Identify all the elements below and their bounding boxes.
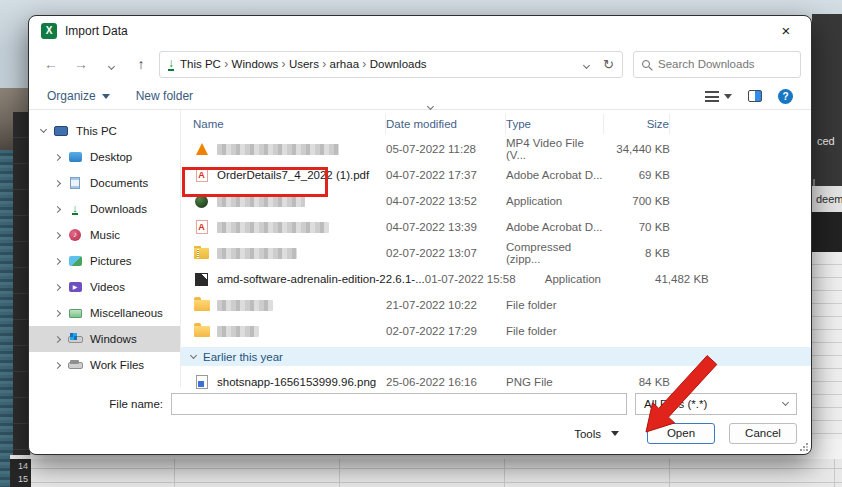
file-name-cell[interactable] bbox=[181, 245, 386, 261]
file-row[interactable]: amd-software-adrenalin-edition-22.6.1-..… bbox=[181, 266, 811, 292]
file-list: Name Date modified Type Size 05-07-2022 … bbox=[181, 110, 811, 387]
breadcrumb-item[interactable]: This PC bbox=[180, 58, 221, 70]
file-name-cell[interactable] bbox=[181, 141, 386, 157]
excel-grid-fragment bbox=[812, 252, 842, 469]
file-row[interactable]: 04-07-2022 13:52Application700 KB bbox=[181, 188, 811, 214]
chevron-right-icon[interactable] bbox=[54, 335, 61, 342]
breadcrumb-separator: › bbox=[359, 57, 370, 71]
chevron-right-icon[interactable] bbox=[54, 153, 61, 160]
address-bar[interactable]: ↓ This PC › Windows › Users › arhaa › Do… bbox=[159, 51, 623, 78]
search-input[interactable]: Search Downloads bbox=[633, 51, 801, 78]
address-dropdown-button[interactable] bbox=[584, 58, 589, 70]
resize-grip[interactable] bbox=[800, 443, 808, 451]
chevron-right-icon[interactable] bbox=[54, 257, 61, 264]
cancel-button[interactable]: Cancel bbox=[729, 423, 797, 444]
redacted-file-name bbox=[217, 222, 329, 233]
date-modified-cell: 04-07-2022 13:52 bbox=[386, 195, 506, 207]
file-type-value: All Files (*.*) bbox=[644, 398, 707, 410]
new-folder-button[interactable]: New folder bbox=[136, 89, 193, 103]
organize-button[interactable]: Organize bbox=[47, 89, 110, 103]
file-row[interactable]: 02-07-2022 13:07Compressed (zipp...8 KB bbox=[181, 240, 811, 266]
excel-text-fragment: ced bbox=[817, 135, 835, 147]
chevron-right-icon[interactable] bbox=[54, 283, 61, 290]
address-bar-controls: ↻ bbox=[584, 57, 614, 72]
file-row[interactable]: 21-07-2022 10:22File folder bbox=[181, 292, 811, 318]
chevron-right-icon[interactable] bbox=[54, 309, 61, 316]
preview-pane-button[interactable] bbox=[748, 90, 762, 102]
folder-file-icon bbox=[193, 323, 210, 339]
excel-redeem-button-fragment: deem r bbox=[812, 186, 842, 212]
file-name-cell[interactable] bbox=[181, 193, 386, 209]
date-modified-cell: 02-07-2022 17:29 bbox=[386, 325, 506, 337]
date-modified-cell: 25-06-2022 16:16 bbox=[386, 376, 506, 388]
file-name-input[interactable] bbox=[171, 393, 627, 415]
sidebar-item-this-pc[interactable]: This PC bbox=[29, 118, 180, 144]
close-button[interactable]: × bbox=[767, 18, 805, 44]
breadcrumb-item[interactable]: Windows bbox=[232, 58, 279, 70]
group-header-label: Earlier this year bbox=[203, 351, 283, 363]
sidebar-item-label: Windows bbox=[90, 333, 137, 345]
sidebar-item-pictures[interactable]: Pictures bbox=[29, 248, 180, 274]
help-button[interactable]: ? bbox=[778, 89, 793, 104]
sidebar-item-music[interactable]: ♪Music bbox=[29, 222, 180, 248]
sidebar-item-downloads[interactable]: ↓Downloads bbox=[29, 196, 180, 222]
file-name-cell[interactable]: amd-software-adrenalin-edition-22.6.1-..… bbox=[181, 271, 425, 287]
file-name-cell[interactable]: A bbox=[181, 219, 386, 235]
chevron-right-icon[interactable] bbox=[54, 231, 61, 238]
date-modified-cell: 04-07-2022 13:39 bbox=[386, 221, 506, 233]
doc-icon bbox=[67, 176, 83, 190]
sidebar-item-documents[interactable]: Documents bbox=[29, 170, 180, 196]
redacted-file-name bbox=[217, 196, 305, 207]
dialog-titlebar[interactable]: X Import Data × bbox=[29, 16, 811, 45]
group-header[interactable]: Earlier this year bbox=[181, 347, 811, 366]
open-button[interactable]: Open bbox=[647, 423, 715, 444]
file-row[interactable]: 05-07-2022 11:28MP4 Video File (V...34,4… bbox=[181, 136, 811, 162]
file-row[interactable]: shotsnapp-1656153999.96.png25-06-2022 16… bbox=[181, 369, 811, 395]
sidebar-item-videos[interactable]: ▶Videos bbox=[29, 274, 180, 300]
chevron-right-icon[interactable] bbox=[54, 179, 61, 186]
misc-icon bbox=[67, 306, 83, 320]
change-view-button[interactable] bbox=[705, 91, 732, 102]
chevron-down-icon[interactable] bbox=[40, 126, 47, 133]
png-file-icon bbox=[193, 374, 210, 390]
column-header-size[interactable]: Size bbox=[604, 114, 670, 134]
breadcrumb-item[interactable]: Downloads bbox=[370, 58, 427, 70]
sidebar-item-windows[interactable]: Windows bbox=[29, 326, 180, 352]
recent-locations-button[interactable] bbox=[99, 56, 123, 72]
chevron-down-icon bbox=[782, 399, 789, 406]
chevron-right-icon[interactable] bbox=[54, 361, 61, 368]
date-modified-cell: 05-07-2022 11:28 bbox=[386, 143, 506, 155]
column-header-name[interactable]: Name bbox=[181, 114, 386, 134]
sidebar-item-label: Documents bbox=[90, 177, 148, 189]
file-name-cell[interactable] bbox=[181, 297, 386, 313]
type-cell: File folder bbox=[506, 325, 604, 337]
chevron-right-icon[interactable] bbox=[54, 205, 61, 212]
file-row[interactable]: AOrderDetails7_4_2022 (1).pdf04-07-2022 … bbox=[181, 162, 811, 188]
search-icon bbox=[642, 60, 650, 68]
breadcrumb-item[interactable]: arhaa bbox=[330, 58, 359, 70]
forward-button[interactable]: → bbox=[69, 56, 93, 72]
sidebar-item-desktop[interactable]: Desktop bbox=[29, 144, 180, 170]
file-type-dropdown[interactable]: All Files (*.*) bbox=[635, 393, 797, 415]
column-header-date-modified[interactable]: Date modified bbox=[386, 114, 506, 134]
pdf-file-icon: A bbox=[193, 167, 210, 183]
sidebar-item-label: This PC bbox=[76, 125, 117, 137]
file-row[interactable]: A04-07-2022 13:39Adobe Acrobat D...70 KB bbox=[181, 214, 811, 240]
file-row[interactable]: 02-07-2022 17:29File folder bbox=[181, 318, 811, 344]
file-name-cell[interactable]: AOrderDetails7_4_2022 (1).pdf bbox=[181, 167, 386, 183]
sidebar-item-miscellaneous[interactable]: Miscellaneous bbox=[29, 300, 180, 326]
file-name-cell[interactable] bbox=[181, 323, 386, 339]
tools-dropdown[interactable]: Tools bbox=[574, 428, 619, 440]
breadcrumb-item[interactable]: Users bbox=[289, 58, 319, 70]
file-name-cell[interactable]: shotsnapp-1656153999.96.png bbox=[181, 374, 386, 390]
column-header-type[interactable]: Type bbox=[506, 114, 604, 134]
up-button[interactable]: ↑ bbox=[129, 56, 153, 72]
size-cell: 69 KB bbox=[604, 169, 670, 181]
downloads-location-icon: ↓ bbox=[168, 58, 174, 71]
appdark-file-icon bbox=[193, 193, 210, 209]
refresh-button[interactable]: ↻ bbox=[603, 57, 614, 72]
size-cell: 84 KB bbox=[604, 376, 670, 388]
sidebar-item-work-files[interactable]: Work Files bbox=[29, 352, 180, 378]
back-button[interactable]: ← bbox=[39, 56, 63, 72]
chevron-down-icon bbox=[190, 351, 197, 358]
